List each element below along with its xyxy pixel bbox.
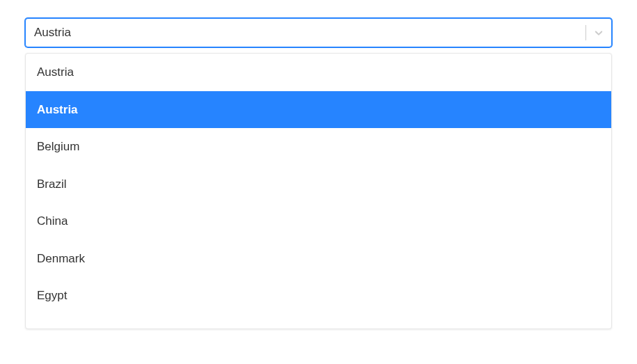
- option-label: Brazil: [37, 177, 67, 191]
- combobox-option[interactable]: Denmark: [26, 240, 611, 278]
- input-separator: [585, 25, 586, 40]
- option-label: Denmark: [37, 252, 85, 265]
- option-label: China: [37, 214, 68, 228]
- combobox-option[interactable]: China: [26, 203, 611, 240]
- combobox-option[interactable]: Austria: [26, 54, 611, 91]
- combobox-listbox[interactable]: AustriaAustriaBelgiumBrazilChinaDenmarkE…: [25, 53, 612, 329]
- combobox-option[interactable]: Austria: [26, 91, 611, 129]
- combobox-input[interactable]: [34, 19, 583, 47]
- combobox-option[interactable]: Egypt: [26, 277, 611, 315]
- combobox-option[interactable]: Brazil: [26, 166, 611, 203]
- chevron-down-icon[interactable]: [592, 26, 606, 40]
- option-label: Egypt: [37, 289, 67, 302]
- option-label: Belgium: [37, 140, 79, 153]
- option-label: Austria: [37, 65, 74, 79]
- combobox-option[interactable]: Belgium: [26, 128, 611, 166]
- option-label: Austria: [37, 103, 78, 116]
- combobox-control[interactable]: [25, 18, 612, 47]
- country-combobox[interactable]: AustriaAustriaBelgiumBrazilChinaDenmarkE…: [25, 18, 612, 329]
